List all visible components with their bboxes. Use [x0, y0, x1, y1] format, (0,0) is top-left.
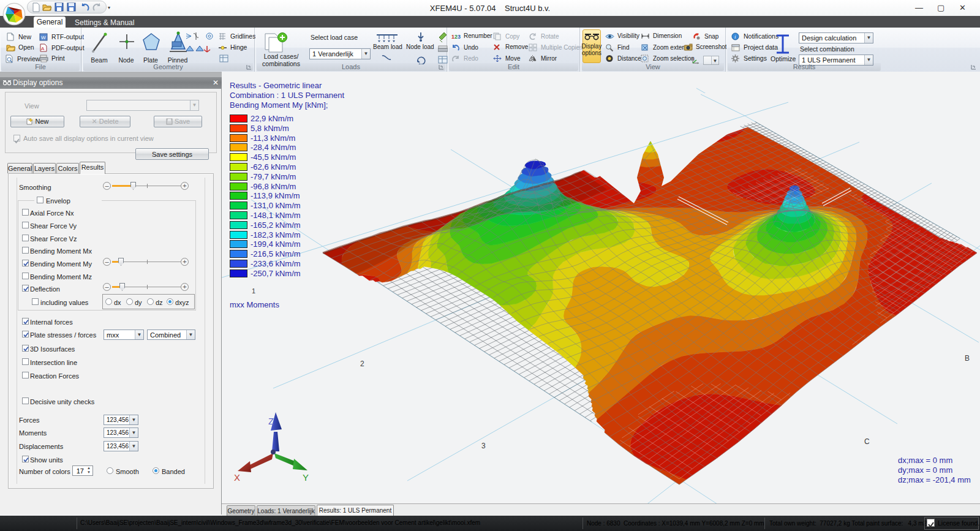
svg-text:W: W	[41, 35, 46, 40]
svg-text:Y: Y	[303, 472, 309, 483]
svg-text:X: X	[234, 472, 240, 483]
svg-text:A: A	[41, 46, 45, 51]
svg-text:123: 123	[451, 34, 461, 40]
svg-text:Z: Z	[268, 416, 274, 426]
